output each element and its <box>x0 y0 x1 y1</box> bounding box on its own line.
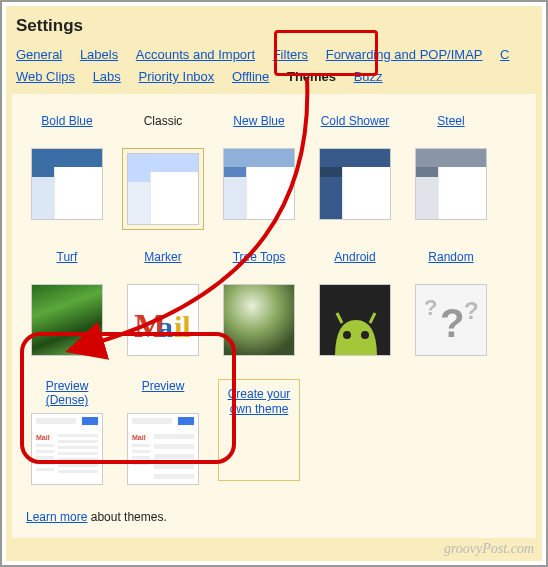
page-title: Settings <box>16 16 532 36</box>
theme-label: Classic <box>122 114 204 144</box>
theme-label: New Blue <box>218 114 300 144</box>
theme-classic[interactable]: Classic <box>122 114 204 230</box>
svg-text:?: ? <box>464 297 479 324</box>
themes-content: Bold Blue Classic <box>12 94 536 538</box>
theme-label: Steel <box>410 114 492 144</box>
theme-thumb <box>223 284 295 356</box>
tab-priority-inbox[interactable]: Priority Inbox <box>138 66 214 88</box>
theme-bold-blue[interactable]: Bold Blue <box>26 114 108 230</box>
theme-label: Marker <box>122 250 204 280</box>
settings-panel: Settings General Labels Accounts and Imp… <box>6 6 542 561</box>
theme-thumb <box>223 148 295 220</box>
svg-point-4 <box>361 331 369 339</box>
theme-label: Random <box>410 250 492 280</box>
theme-thumb <box>127 153 199 225</box>
theme-tree-tops[interactable]: Tree Tops <box>218 250 300 359</box>
theme-grid: Bold Blue Classic <box>26 114 522 488</box>
tab-webclips[interactable]: Web Clips <box>16 66 75 88</box>
learn-more-link[interactable]: Learn more <box>26 510 87 524</box>
theme-thumb <box>31 284 103 356</box>
theme-cold-shower[interactable]: Cold Shower <box>314 114 396 230</box>
theme-thumb: M a il <box>127 284 199 356</box>
theme-thumb <box>319 148 391 220</box>
create-theme-link[interactable]: Create your own theme <box>228 387 291 416</box>
theme-android[interactable]: Android <box>314 250 396 359</box>
theme-label: Preview (Dense) <box>26 379 108 409</box>
tab-chat-partial[interactable]: C <box>500 44 509 66</box>
screenshot-frame: Settings General Labels Accounts and Imp… <box>0 0 548 567</box>
tab-labs[interactable]: Labs <box>93 66 121 88</box>
svg-text:il: il <box>174 310 191 343</box>
svg-text:?: ? <box>440 301 464 345</box>
theme-thumb: Mail <box>31 413 103 485</box>
settings-tabs: General Labels Accounts and Import Filte… <box>6 44 542 94</box>
theme-thumb <box>319 284 391 356</box>
svg-text:a: a <box>158 310 173 343</box>
theme-label: Bold Blue <box>26 114 108 144</box>
svg-line-6 <box>370 313 375 323</box>
theme-label: Preview <box>122 379 204 409</box>
tab-themes[interactable]: Themes <box>287 66 336 88</box>
create-theme-box[interactable]: Create your own theme <box>218 379 300 481</box>
tab-labels[interactable]: Labels <box>80 44 118 66</box>
theme-label: Android <box>314 250 396 280</box>
tab-general[interactable]: General <box>16 44 62 66</box>
theme-new-blue[interactable]: New Blue <box>218 114 300 230</box>
theme-label: Turf <box>26 250 108 280</box>
theme-thumb: Mail <box>127 413 199 485</box>
theme-label: Cold Shower <box>314 114 396 144</box>
footer-rest: about themes. <box>87 510 166 524</box>
theme-thumb <box>415 148 487 220</box>
svg-point-3 <box>343 331 351 339</box>
tab-offline[interactable]: Offline <box>232 66 269 88</box>
theme-steel[interactable]: Steel <box>410 114 492 230</box>
theme-thumb: ? ? ? <box>415 284 487 356</box>
theme-preview[interactable]: Preview Mail <box>122 379 204 488</box>
svg-text:?: ? <box>424 295 437 320</box>
theme-marker[interactable]: Marker M a il <box>122 250 204 359</box>
watermark: groovyPost.com <box>444 541 534 557</box>
svg-line-5 <box>337 313 342 323</box>
tab-filters[interactable]: Filters <box>273 44 308 66</box>
theme-label: Tree Tops <box>218 250 300 280</box>
tab-buzz[interactable]: Buzz <box>354 66 383 88</box>
tab-forwarding[interactable]: Forwarding and POP/IMAP <box>326 44 483 66</box>
theme-turf[interactable]: Turf <box>26 250 108 359</box>
tab-accounts[interactable]: Accounts and Import <box>136 44 255 66</box>
theme-thumb <box>31 148 103 220</box>
header: Settings <box>6 6 542 44</box>
theme-random[interactable]: Random ? ? ? <box>410 250 492 359</box>
theme-preview-dense[interactable]: Preview (Dense) Mail <box>26 379 108 488</box>
footer-text: Learn more about themes. <box>26 510 522 524</box>
